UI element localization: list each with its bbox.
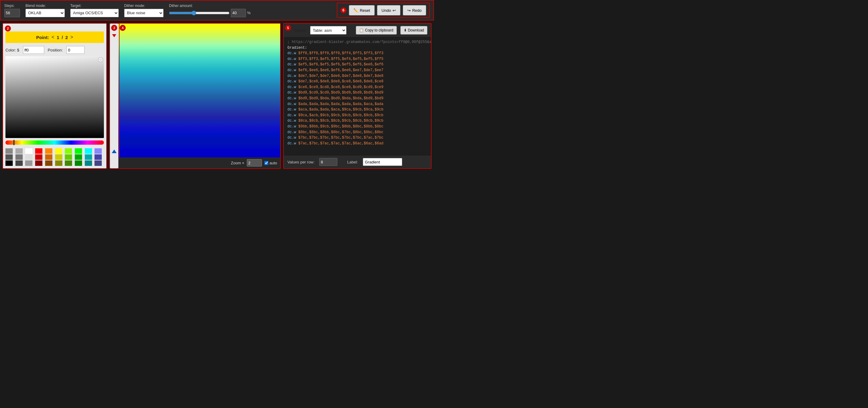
preset-swatch[interactable]	[5, 161, 13, 166]
gradient-display	[118, 24, 280, 158]
dither-amount-input[interactable]	[231, 9, 246, 17]
point-current: 1	[57, 35, 59, 40]
color-pos-row: Color: $ Position:	[5, 46, 104, 54]
preset-swatch[interactable]	[16, 155, 23, 160]
code-line-1: dc.w $ff0,$ff0,$ff0,$ff0,$ff4,$ff3,$ff3,…	[287, 50, 427, 56]
auto-checkbox[interactable]	[265, 161, 268, 165]
undo-icon: ↩	[393, 8, 396, 13]
dither-amount-unit: %	[247, 10, 251, 15]
preset-swatch[interactable]	[25, 155, 32, 160]
gradient-ruler-panel: 3	[110, 24, 118, 168]
preset-swatch[interactable]	[94, 155, 102, 160]
code-line-17: dc.w $7ac,$7bc,$7ac,$7ac,$7ac,$6ac,$6ac,…	[287, 141, 427, 146]
action-buttons: 6 ✏️ Reset Undo ↩ ↪ Redo	[337, 3, 430, 18]
badge-6: 6	[340, 7, 346, 13]
clipboard-icon: 📋	[359, 28, 364, 32]
preset-swatch[interactable]	[35, 148, 42, 154]
preset-swatch[interactable]	[35, 161, 42, 166]
auto-check-label[interactable]: auto	[265, 161, 277, 165]
code-line-12: dc.w $9ca,$acb,$9cb,$9cb,$9cb,$9cb,$9cb,…	[287, 112, 427, 118]
copy-clipboard-button[interactable]: 📋 Copy to clipboard	[356, 26, 397, 34]
label-label: Label:	[347, 160, 358, 164]
main-area: 2 Point: < 1 / 2 > Color: $ Position:	[0, 21, 434, 171]
point-row: Point: < 1 / 2 >	[5, 32, 104, 43]
preset-swatch[interactable]	[85, 161, 92, 166]
values-per-row-input[interactable]	[319, 158, 337, 166]
preset-swatch[interactable]	[35, 155, 42, 160]
reset-icon: ✏️	[353, 8, 358, 13]
hue-handle[interactable]	[13, 140, 14, 145]
preset-swatch[interactable]	[65, 161, 72, 166]
preset-swatch[interactable]	[85, 148, 92, 154]
preset-swatch[interactable]	[16, 161, 23, 166]
code-line-2: dc.w $ff3,$ff3,$ef5,$ff5,$ef4,$ef5,$ef5,…	[287, 56, 427, 62]
preset-swatch[interactable]	[85, 155, 92, 160]
preset-swatch[interactable]	[45, 155, 52, 160]
target-select[interactable]: Amiga OCS/ECS Amiga AGA EGA VGA	[70, 9, 119, 17]
code-line-5: dc.w $de7,$de7,$de7,$de8,$de7,$de8,$de7,…	[287, 73, 427, 79]
gradient-preview-panel: 4 Zoom × auto	[118, 24, 280, 168]
point-prev-button[interactable]: <	[52, 34, 54, 40]
download-button[interactable]: ⬇ Download	[400, 26, 427, 34]
preset-swatch[interactable]	[65, 148, 72, 154]
steps-label: Steps:	[4, 4, 20, 8]
position-input[interactable]	[66, 46, 85, 54]
label-text-input[interactable]	[363, 158, 402, 166]
preset-swatches	[5, 148, 104, 166]
color-label: Color: $	[5, 48, 20, 53]
scanlines	[118, 24, 280, 158]
values-per-row-label: Values per row:	[287, 160, 314, 164]
code-area: ; https://gradient-blaster.grahambates.c…	[284, 37, 431, 156]
ruler-handle-bottom[interactable]	[112, 149, 117, 153]
preset-swatch[interactable]	[45, 161, 52, 166]
preset-swatch[interactable]	[75, 155, 82, 160]
redo-button[interactable]: ↪ Redo	[403, 5, 426, 15]
steps-input[interactable]	[4, 9, 20, 17]
preset-swatch[interactable]	[55, 161, 62, 166]
code-line-14: dc.w $9bb,$8bb,$9cb,$9bc,$8bb,$8bc,$8bb,…	[287, 124, 427, 130]
undo-button[interactable]: Undo ↩	[377, 5, 400, 15]
preset-swatch[interactable]	[45, 148, 52, 154]
redo-icon: ↪	[407, 8, 411, 13]
code-line-6: dc.w $de7,$ce8,$de8,$de8,$ce8,$de8,$de8,…	[287, 79, 427, 84]
preset-swatch[interactable]	[94, 161, 102, 166]
preset-swatch[interactable]	[75, 161, 82, 166]
color-picker-canvas[interactable]	[5, 56, 104, 138]
preset-swatch[interactable]	[5, 148, 13, 154]
zoom-input[interactable]	[247, 159, 262, 167]
point-next-button[interactable]: >	[70, 34, 73, 40]
point-label: Point:	[36, 35, 49, 40]
output-label: Output:	[294, 28, 307, 33]
output-type-select[interactable]: Table: asm Table: c Table: hex Gradient …	[310, 26, 346, 34]
preset-swatch[interactable]	[94, 148, 102, 154]
point-total: 2	[65, 35, 68, 40]
dither-mode-select[interactable]: Blue noise Ordered None	[124, 9, 163, 17]
hue-track	[5, 140, 104, 145]
picker-handle[interactable]	[98, 58, 103, 62]
code-line-4: dc.w $ef6,$ee6,$ee6,$ef6,$ee6,$ee7,$de7,…	[287, 68, 427, 73]
preset-swatch[interactable]	[25, 161, 32, 166]
preset-swatch[interactable]	[25, 148, 32, 154]
code-comment-line: ; https://gradient-blaster.grahambates.c…	[287, 39, 427, 45]
preset-swatch[interactable]	[5, 155, 13, 160]
preset-swatch[interactable]	[16, 148, 23, 154]
preset-swatch[interactable]	[55, 148, 62, 154]
preset-swatch[interactable]	[65, 155, 72, 160]
blend-select[interactable]: OKLAB RGB HSL LAB	[26, 9, 65, 17]
blend-label: Blend mode:	[26, 4, 65, 8]
ruler-handle-top[interactable]	[112, 34, 116, 37]
code-line-7: dc.w $ce8,$ce9,$cd8,$ce8,$ce8,$cd9,$cd9,…	[287, 84, 427, 90]
color-hex-input[interactable]	[23, 46, 44, 54]
blend-group: Blend mode: OKLAB RGB HSL LAB	[26, 4, 65, 17]
preview-bottom-bar: Zoom × auto	[118, 158, 280, 168]
preset-swatch[interactable]	[55, 155, 62, 160]
dither-mode-label: Dither mode:	[124, 4, 163, 8]
point-separator: /	[62, 35, 63, 40]
dither-amount-slider[interactable]	[169, 10, 229, 15]
output-header-right: 📋 Copy to clipboard ⬇ Download	[356, 26, 427, 34]
code-line-11: dc.w $aca,$ada,$ada,$aca,$9ca,$9cb,$9ca,…	[287, 107, 427, 112]
dither-amount-group: Dither amount: %	[169, 4, 251, 17]
gradient-panels-wrap: 3 4 Zoom × auto	[109, 23, 281, 169]
reset-button[interactable]: ✏️ Reset	[349, 5, 375, 15]
preset-swatch[interactable]	[75, 148, 82, 154]
